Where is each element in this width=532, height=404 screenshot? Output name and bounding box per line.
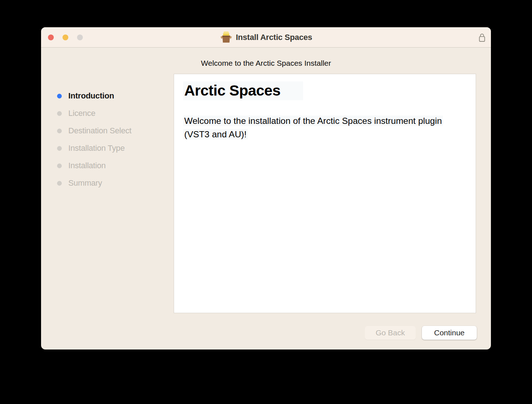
step-dot xyxy=(57,129,62,133)
step-destination-select: Destination Select xyxy=(57,122,173,140)
titlebar: Install Arctic Spaces xyxy=(41,27,491,48)
step-introduction: Introduction xyxy=(57,87,173,105)
zoom-button xyxy=(77,35,83,40)
step-sidebar: Introduction Licence Destination Select … xyxy=(57,87,173,192)
window-title-group: Install Arctic Spaces xyxy=(220,27,312,47)
step-dot xyxy=(57,111,62,116)
step-dot xyxy=(57,181,62,186)
footer-buttons: Go Back Continue xyxy=(365,326,477,340)
pane-title: Welcome to the Arctic Spaces Installer xyxy=(41,59,491,68)
continue-button[interactable]: Continue xyxy=(422,326,477,340)
step-summary: Summary xyxy=(57,174,173,192)
lock-icon xyxy=(478,32,486,43)
step-installation-type: Installation Type xyxy=(57,140,173,157)
minimize-button[interactable] xyxy=(63,35,68,40)
go-back-button[interactable]: Go Back xyxy=(365,326,416,340)
installer-window: Install Arctic Spaces Welcome to the Arc… xyxy=(41,27,491,350)
close-button[interactable] xyxy=(48,35,54,40)
step-dot xyxy=(57,163,62,168)
step-installation: Installation xyxy=(57,157,173,174)
content-panel: Arctic Spaces Welcome to the installatio… xyxy=(174,74,476,313)
window-title: Install Arctic Spaces xyxy=(236,33,312,42)
package-icon xyxy=(220,31,233,43)
window-body: Welcome to the Arctic Spaces Installer I… xyxy=(41,48,491,350)
content-body: Welcome to the installation of the Arcti… xyxy=(183,114,460,141)
desktop: { "window": { "title": "Install Arctic S… xyxy=(0,0,532,404)
step-dot-active xyxy=(57,94,62,98)
content-heading: Arctic Spaces xyxy=(183,81,303,100)
step-licence: Licence xyxy=(57,105,173,122)
traffic-lights xyxy=(48,27,83,47)
step-dot xyxy=(57,146,62,151)
